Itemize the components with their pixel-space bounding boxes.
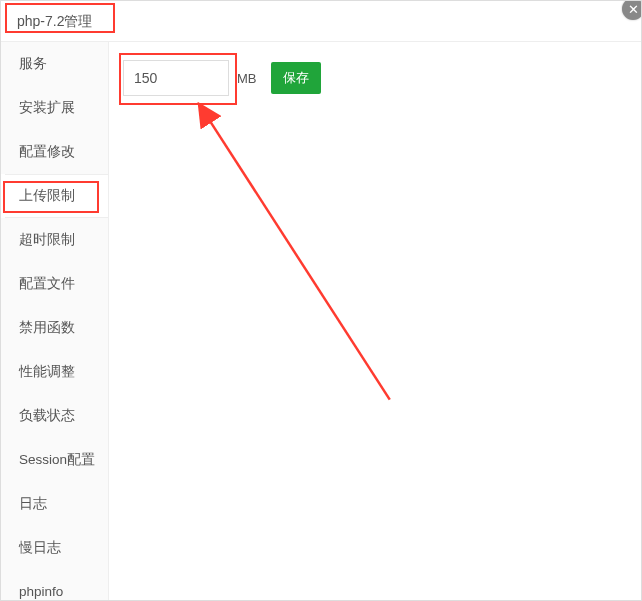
sidebar-item-log[interactable]: 日志 bbox=[1, 482, 108, 526]
sidebar-item-config-modify[interactable]: 配置修改 bbox=[1, 130, 108, 174]
sidebar-item-label: 负载状态 bbox=[19, 408, 75, 423]
sidebar-item-service[interactable]: 服务 bbox=[1, 42, 108, 86]
save-button[interactable]: 保存 bbox=[271, 62, 321, 94]
content-pane: MB 保存 bbox=[109, 42, 641, 601]
sidebar-item-label: 慢日志 bbox=[19, 540, 61, 555]
sidebar-item-timeout-limit[interactable]: 超时限制 bbox=[1, 218, 108, 262]
dialog-body: 服务 安装扩展 配置修改 上传限制 超时限制 配置文件 禁用函数 性能调整 负载… bbox=[1, 42, 641, 601]
sidebar-item-label: 配置文件 bbox=[19, 276, 75, 291]
sidebar-item-label: Session配置 bbox=[19, 452, 95, 467]
unit-label: MB bbox=[237, 71, 257, 86]
sidebar-item-session-config[interactable]: Session配置 bbox=[1, 438, 108, 482]
sidebar-item-label: 禁用函数 bbox=[19, 320, 75, 335]
sidebar-item-label: 上传限制 bbox=[19, 188, 75, 203]
dialog-title: php-7.2管理 bbox=[17, 13, 92, 29]
sidebar-item-label: 配置修改 bbox=[19, 144, 75, 159]
close-icon: ✕ bbox=[628, 2, 639, 17]
sidebar-item-config-file[interactable]: 配置文件 bbox=[1, 262, 108, 306]
sidebar-item-upload-limit[interactable]: 上传限制 bbox=[1, 174, 108, 218]
sidebar-item-label: 服务 bbox=[19, 56, 47, 71]
upload-limit-input[interactable] bbox=[123, 60, 229, 96]
sidebar-item-install-ext[interactable]: 安装扩展 bbox=[1, 86, 108, 130]
sidebar-item-label: phpinfo bbox=[19, 584, 63, 599]
sidebar-item-phpinfo[interactable]: phpinfo bbox=[1, 570, 108, 601]
close-button[interactable]: ✕ bbox=[622, 0, 642, 20]
sidebar-item-disable-func[interactable]: 禁用函数 bbox=[1, 306, 108, 350]
sidebar-item-label: 日志 bbox=[19, 496, 47, 511]
sidebar-item-perf-tune[interactable]: 性能调整 bbox=[1, 350, 108, 394]
sidebar-item-slow-log[interactable]: 慢日志 bbox=[1, 526, 108, 570]
sidebar: 服务 安装扩展 配置修改 上传限制 超时限制 配置文件 禁用函数 性能调整 负载… bbox=[1, 42, 109, 601]
upload-limit-row: MB 保存 bbox=[123, 60, 627, 96]
sidebar-item-label: 安装扩展 bbox=[19, 100, 75, 115]
sidebar-item-label: 超时限制 bbox=[19, 232, 75, 247]
sidebar-item-label: 性能调整 bbox=[19, 364, 75, 379]
title-bar: php-7.2管理 bbox=[1, 1, 641, 42]
sidebar-item-load-status[interactable]: 负载状态 bbox=[1, 394, 108, 438]
dialog-window: ✕ php-7.2管理 服务 安装扩展 配置修改 上传限制 超时限制 配置文件 … bbox=[0, 0, 642, 601]
